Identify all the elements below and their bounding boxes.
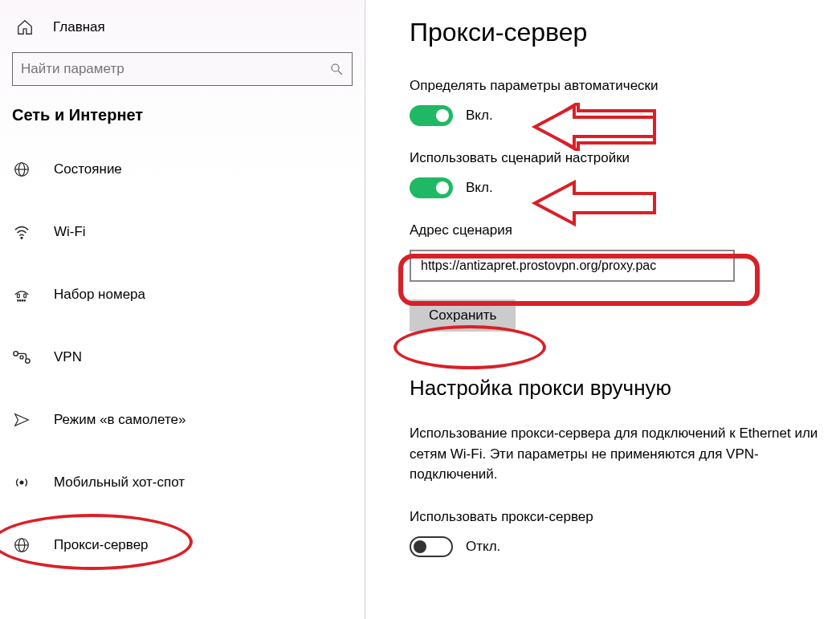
svg-point-10 [22, 300, 22, 301]
svg-rect-14 [20, 356, 23, 359]
save-button[interactable]: Сохранить [410, 299, 516, 332]
sidebar: Главная Сеть и Интернет Состояние [0, 0, 365, 619]
home-label: Главная [53, 19, 105, 35]
svg-point-13 [26, 359, 31, 364]
svg-point-11 [24, 300, 25, 301]
use-proxy-toggle[interactable] [410, 536, 453, 557]
sidebar-item-airplane[interactable]: Режим «в самолете» [0, 399, 365, 441]
use-script-label: Использовать сценарий настройки [410, 150, 840, 166]
sidebar-item-label: VPN [54, 349, 82, 365]
page-title: Прокси-сервер [410, 18, 840, 47]
manual-heading: Настройка прокси вручную [410, 376, 840, 401]
svg-point-5 [21, 237, 22, 238]
airplane-icon [12, 410, 31, 430]
svg-line-1 [338, 71, 342, 75]
auto-detect-toggle[interactable] [410, 105, 453, 126]
script-address-input[interactable] [410, 250, 735, 282]
use-script-toggle[interactable] [410, 177, 453, 198]
script-address-label: Адрес сценария [410, 222, 840, 238]
sidebar-item-label: Прокси-сервер [54, 537, 149, 553]
sidebar-item-dialup[interactable]: Набор номера [0, 274, 365, 316]
sidebar-item-status[interactable]: Состояние [0, 149, 365, 190]
sidebar-item-vpn[interactable]: VPN [0, 336, 365, 378]
auto-detect-label: Определять параметры автоматически [410, 78, 840, 94]
manual-description: Использование прокси-сервера для подключ… [410, 423, 840, 485]
sidebar-item-wifi[interactable]: Wi-Fi [0, 211, 365, 253]
use-script-state: Вкл. [466, 180, 493, 196]
search-box[interactable] [12, 52, 353, 86]
svg-point-0 [332, 64, 339, 71]
svg-point-15 [20, 481, 23, 484]
sidebar-item-label: Набор номера [54, 287, 145, 303]
use-proxy-label: Использовать прокси-сервер [410, 509, 840, 525]
svg-point-8 [18, 300, 18, 301]
home-icon [16, 18, 34, 36]
search-icon [329, 62, 344, 76]
use-proxy-state: Откл. [466, 539, 500, 555]
sidebar-item-label: Wi-Fi [54, 224, 86, 240]
svg-rect-6 [18, 294, 20, 298]
wifi-icon [12, 222, 31, 242]
main-panel: Прокси-сервер Определять параметры автом… [365, 0, 840, 619]
sidebar-item-hotspot[interactable]: Мобильный хот-спот [0, 462, 365, 503]
auto-detect-state: Вкл. [466, 108, 493, 124]
svg-point-9 [19, 300, 20, 301]
dialup-icon [12, 285, 31, 304]
search-input[interactable] [21, 61, 329, 77]
sidebar-item-label: Режим «в самолете» [54, 412, 186, 428]
search-row [0, 52, 365, 106]
svg-point-12 [14, 352, 18, 356]
hotspot-icon [12, 473, 31, 492]
sidebar-item-proxy[interactable]: Прокси-сервер [0, 524, 365, 566]
sidebar-item-label: Мобильный хот-спот [54, 474, 185, 491]
sidebar-item-label: Состояние [54, 161, 122, 177]
home-link[interactable]: Главная [0, 12, 365, 52]
vpn-icon [12, 348, 31, 367]
globe-icon [12, 536, 31, 555]
svg-rect-7 [24, 294, 27, 298]
globe-icon [12, 160, 31, 179]
section-title: Сеть и Интернет [0, 106, 365, 149]
